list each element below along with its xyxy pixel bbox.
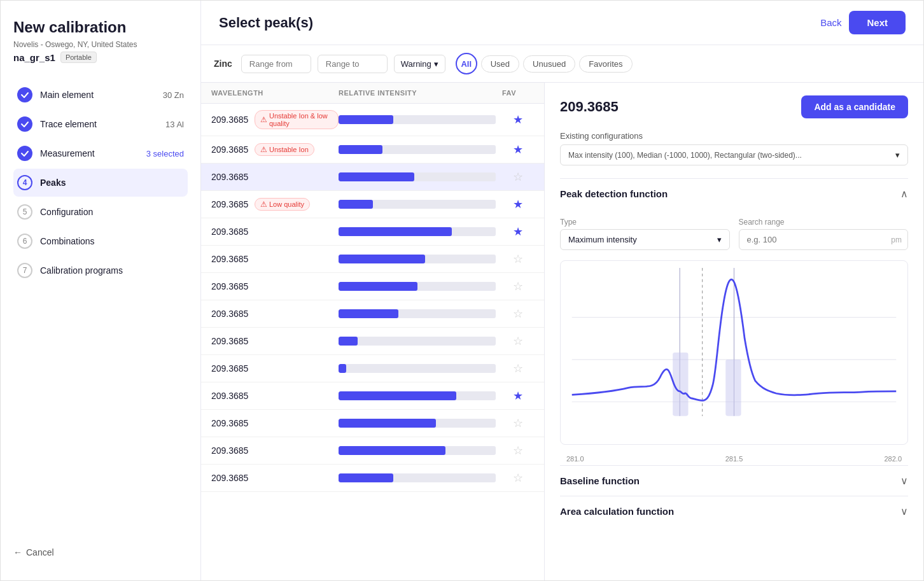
table-row[interactable]: 209.3685 ⚠ Unstable Ion & low quality ★ [201, 104, 544, 136]
wavelength-value: 209.3685 [211, 445, 249, 456]
intensity-cell [339, 115, 502, 124]
sidebar-item-trace-element[interactable]: Trace element 13 Al [13, 110, 188, 138]
wavelength-cell: 209.3685 ⚠ Unstable Ion [211, 143, 339, 156]
filter-tab-unusued[interactable]: Unusued [523, 55, 575, 73]
wavelength-value: 209.3685 [211, 418, 249, 428]
chart-x-labels: 281.0 281.5 282.0 [560, 452, 908, 465]
favorite-star[interactable]: ☆ [502, 361, 534, 375]
wavelength-cell: 209.3685 [211, 445, 339, 456]
area-calc-header[interactable]: Area calculation function ∨ [560, 496, 908, 526]
baseline-header[interactable]: Baseline function ∨ [560, 466, 908, 496]
sidebar-title: New calibration [13, 18, 188, 36]
favorite-star[interactable]: ☆ [502, 334, 534, 348]
search-range-field: Search range pm [739, 218, 909, 250]
filter-tabs: All Used Unusued Favorites [456, 53, 633, 74]
type-value: Maximum intensity [568, 235, 637, 244]
table-row[interactable]: 209.3685 ⚠ Unstable Ion ★ [201, 136, 544, 164]
filter-tab-used[interactable]: Used [481, 55, 519, 73]
wavelength-value: 209.3685 [211, 199, 249, 209]
type-select[interactable]: Maximum intensity ▾ [560, 229, 730, 250]
sidebar-item-count: 30 Zn [163, 90, 184, 100]
favorite-star[interactable]: ☆ [502, 307, 534, 321]
wavelength-value: 209.3685 [211, 336, 249, 346]
table-row[interactable]: 209.3685 ☆ [201, 355, 544, 382]
wavelength-value: 209.3685 [211, 391, 249, 401]
add-candidate-button[interactable]: Add as a candidate [801, 95, 908, 118]
sidebar-item-combinations[interactable]: 6 Combinations [13, 227, 188, 255]
next-button[interactable]: Next [849, 11, 906, 34]
back-button[interactable]: Back [820, 17, 841, 28]
sidebar-item-count: 13 Al [165, 120, 184, 129]
wavelength-cell: 209.3685 [211, 309, 339, 319]
favorite-star[interactable]: ★ [502, 225, 534, 239]
check-icon [17, 87, 32, 102]
intensity-bar-fill [339, 115, 393, 124]
wavelength-value: 209.3685 [211, 115, 249, 125]
table-row[interactable]: 209.3685 ☆ [201, 300, 544, 328]
chevron-down-icon: ▾ [895, 150, 900, 160]
intensity-bar-fill [339, 200, 373, 209]
existing-config-select[interactable]: Max intensity (100), Median (-1000, 1000… [560, 144, 908, 165]
sidebar-item-configuration[interactable]: 5 Configuration [13, 198, 188, 226]
table-row[interactable]: 209.3685 ★ [201, 218, 544, 246]
sidebar-item-label: Measurement [40, 148, 139, 158]
collapse-icon[interactable]: ∧ [900, 188, 908, 200]
sidebar-item-calibration-programs[interactable]: 7 Calibration programs [13, 256, 188, 284]
favorite-star[interactable]: ☆ [502, 444, 534, 458]
chevron-down-icon: ▾ [434, 59, 438, 69]
favorite-star[interactable]: ★ [502, 389, 534, 403]
search-range-input[interactable] [739, 229, 909, 250]
intensity-bar [339, 255, 496, 263]
header-actions: Back Next [820, 11, 906, 34]
table-row[interactable]: 209.3685 ☆ [201, 164, 544, 191]
intensity-bar [339, 172, 496, 181]
table-row[interactable]: 209.3685 ⚠ Low quality ★ [201, 191, 544, 218]
sidebar-item-label: Peaks [40, 178, 184, 188]
filter-tab-all[interactable]: All [456, 53, 477, 74]
intensity-bar-fill [339, 172, 414, 181]
warning-dropdown[interactable]: Warning ▾ [394, 55, 445, 73]
favorite-star[interactable]: ★ [502, 113, 534, 127]
peak-detection-title: Peak detection function [560, 188, 668, 199]
intensity-bar [339, 364, 496, 373]
favorite-star[interactable]: ☆ [502, 279, 534, 293]
range-to-input[interactable] [318, 55, 388, 73]
wavelength-value: 209.3685 [211, 309, 249, 319]
page-title: Select peak(s) [219, 15, 313, 31]
table-row[interactable]: 209.3685 ☆ [201, 246, 544, 273]
table-row[interactable]: 209.3685 ☆ [201, 273, 544, 300]
favorite-star[interactable]: ☆ [502, 252, 534, 266]
intensity-bar-fill [339, 473, 393, 482]
search-range-label: Search range [739, 218, 909, 227]
sidebar-item-label: Main element [40, 90, 155, 100]
type-field: Type Maximum intensity ▾ [560, 218, 730, 250]
wavelength-value: 209.3685 [211, 144, 249, 155]
cancel-button[interactable]: ← Cancel [13, 542, 188, 563]
sidebar-item-peaks[interactable]: 4 Peaks [13, 169, 188, 197]
existing-config-section: Existing configurations Max intensity (1… [560, 131, 908, 165]
range-from-input[interactable] [241, 55, 311, 73]
favorite-star[interactable]: ☆ [502, 170, 534, 184]
warning-badge: ⚠ Low quality [255, 198, 310, 211]
arrow-left-icon: ← [13, 547, 22, 557]
table-row[interactable]: 209.3685 ☆ [201, 437, 544, 465]
wavelength-value: 209.3685 [211, 254, 249, 264]
sidebar-item-measurement[interactable]: Measurement 3 selected [13, 139, 188, 167]
intensity-cell [339, 200, 502, 209]
sidebar-item-main-element[interactable]: Main element 30 Zn [13, 81, 188, 109]
intensity-bar-fill [339, 255, 425, 263]
favorite-star[interactable]: ☆ [502, 471, 534, 485]
intensity-bar-fill [339, 309, 398, 318]
favorite-star[interactable]: ★ [502, 143, 534, 157]
table-row[interactable]: 209.3685 ★ [201, 382, 544, 410]
table-row[interactable]: 209.3685 ☆ [201, 465, 544, 492]
favorite-star[interactable]: ☆ [502, 416, 534, 430]
intensity-bar [339, 282, 496, 291]
col-fav: FAV [502, 89, 534, 97]
filter-tab-favorites[interactable]: Favorites [579, 55, 632, 73]
step-number-4: 4 [17, 175, 32, 190]
favorite-star[interactable]: ★ [502, 197, 534, 211]
table-row[interactable]: 209.3685 ☆ [201, 328, 544, 355]
intensity-cell [339, 309, 502, 318]
table-row[interactable]: 209.3685 ☆ [201, 410, 544, 437]
